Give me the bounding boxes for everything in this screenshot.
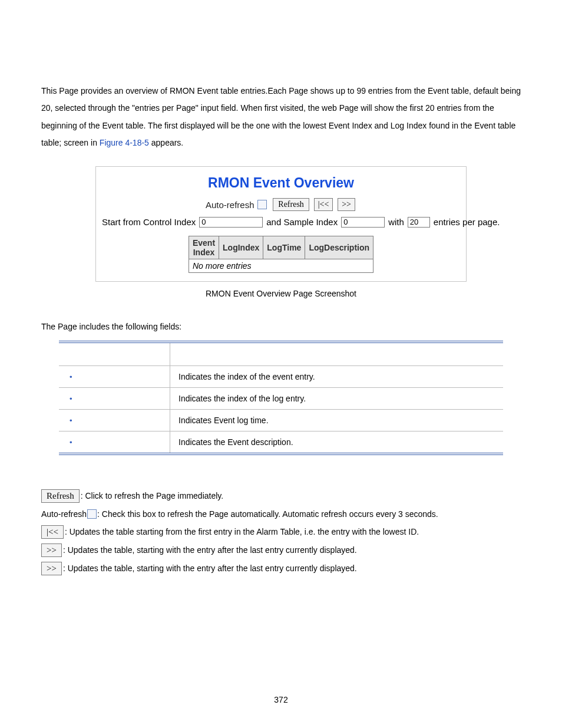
table-row: Indicates the index of the event entry. bbox=[59, 365, 503, 387]
intro-tail: appears. bbox=[151, 138, 183, 147]
first-page-button[interactable]: |<< bbox=[314, 198, 333, 211]
next-description-1: : Updates the table, starting with the e… bbox=[63, 541, 357, 559]
th-logtime: LogTime bbox=[263, 236, 305, 259]
next-button-sample-2[interactable]: >> bbox=[41, 562, 62, 575]
description-cell: Indicates Event log time. bbox=[170, 409, 504, 431]
sample-index-label: and Sample Index bbox=[266, 217, 338, 227]
fields-th-object bbox=[59, 342, 170, 366]
next-description-2: : Updates the table, starting with the e… bbox=[63, 559, 357, 578]
first-description: : Updates the table starting from the fi… bbox=[65, 523, 419, 541]
start-control-index-label: Start from Control Index bbox=[102, 217, 196, 227]
object-cell bbox=[59, 431, 170, 454]
with-label: with bbox=[388, 217, 404, 227]
fields-table: Indicates the index of the event entry. … bbox=[59, 341, 503, 455]
description-cell: Indicates the index of the log entry. bbox=[170, 387, 504, 409]
autorefresh-label-sample: Auto-refresh bbox=[41, 505, 87, 523]
intro-paragraph: This Page provides an overview of RMON E… bbox=[41, 83, 521, 152]
refresh-button-sample[interactable]: Refresh bbox=[41, 489, 80, 503]
control-index-input[interactable] bbox=[199, 217, 263, 228]
object-cell bbox=[59, 387, 170, 409]
table-row: Indicates Event log time. bbox=[59, 409, 503, 431]
object-cell bbox=[59, 409, 170, 431]
screenshot-caption: RMON Event Overview Page Screenshot bbox=[41, 289, 521, 298]
autorefresh-checkbox-sample[interactable] bbox=[87, 509, 97, 519]
screenshot-panel: RMON Event Overview Auto-refresh Refresh… bbox=[95, 166, 467, 282]
autorefresh-description: : Check this box to refresh the Page aut… bbox=[97, 505, 438, 523]
refresh-description: : Click to refresh the Page immediately. bbox=[81, 487, 224, 505]
object-cell bbox=[59, 365, 170, 387]
autorefresh-checkbox[interactable] bbox=[257, 200, 267, 209]
fields-th-description bbox=[170, 342, 504, 366]
table-row: Indicates the Event description. bbox=[59, 431, 503, 454]
first-button-sample[interactable]: |<< bbox=[41, 525, 64, 539]
no-entries-row: No more entries bbox=[189, 259, 373, 272]
refresh-button[interactable]: Refresh bbox=[273, 198, 309, 211]
entries-per-page-input[interactable] bbox=[408, 217, 430, 228]
next-button-sample[interactable]: >> bbox=[41, 543, 62, 557]
description-cell: Indicates the index of the event entry. bbox=[170, 365, 504, 387]
event-log-table: Event Index LogIndex LogTime LogDescript… bbox=[189, 236, 373, 273]
entries-per-page-label: entries per page. bbox=[434, 217, 500, 227]
panel-title: RMON Event Overview bbox=[102, 175, 460, 191]
autorefresh-label: Auto-refresh bbox=[206, 199, 254, 209]
fields-intro: The Page includes the following fields: bbox=[41, 322, 521, 331]
page-number: 372 bbox=[0, 695, 562, 704]
description-cell: Indicates the Event description. bbox=[170, 431, 504, 454]
th-event-index: Event Index bbox=[189, 236, 219, 259]
sample-index-input[interactable] bbox=[341, 217, 385, 228]
next-page-button[interactable]: >> bbox=[338, 198, 355, 211]
table-row: Indicates the index of the log entry. bbox=[59, 387, 503, 409]
th-logindex: LogIndex bbox=[219, 236, 263, 259]
figure-link[interactable]: Figure 4-18-5 bbox=[100, 138, 149, 147]
th-logdescription: LogDescription bbox=[305, 236, 373, 259]
